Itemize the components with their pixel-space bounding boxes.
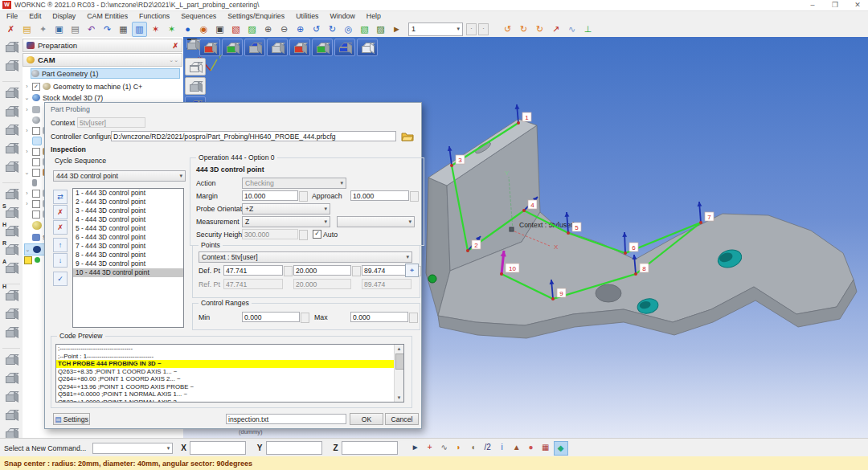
move-down-button[interactable]: ↓ xyxy=(53,253,68,268)
delete-cycle-button[interactable]: ✗ xyxy=(53,205,68,219)
ok-button[interactable]: OK xyxy=(350,413,383,425)
scroll-up-icon[interactable]: ▲ xyxy=(395,345,403,353)
rotate-x-icon[interactable]: ↺ xyxy=(500,22,515,37)
validate-cycle-button[interactable]: ✓ xyxy=(53,272,68,286)
clip-red-icon[interactable]: ▧ xyxy=(228,22,244,37)
auto-checkbox[interactable]: ✓ xyxy=(313,230,321,239)
view-right-icon[interactable] xyxy=(289,39,310,56)
security-height-options-button[interactable] xyxy=(299,230,308,240)
expand-icon[interactable]: › xyxy=(24,84,30,89)
print-icon[interactable]: ▤ xyxy=(68,22,83,37)
z-coord-field[interactable] xyxy=(342,441,398,455)
view-plan-icon[interactable] xyxy=(334,39,355,56)
fly-mode-icon[interactable]: ∿ xyxy=(564,22,579,37)
measurement-axis-dropdown[interactable]: ▾ xyxy=(337,216,415,227)
rotate-y-icon[interactable]: ↻ xyxy=(516,22,531,37)
lasso-icon[interactable]: ∿ xyxy=(438,441,451,454)
minimize-button[interactable]: – xyxy=(802,0,823,10)
dynamic-view-icon[interactable]: ▧ xyxy=(357,22,372,37)
power-edit-icon[interactable] xyxy=(2,388,20,403)
analysis-tool-icon[interactable]: A xyxy=(2,260,20,275)
menu-item[interactable]: Sequences xyxy=(181,12,216,20)
rotate-cw-icon[interactable]: ↻ xyxy=(325,22,340,37)
menu-item[interactable]: Help xyxy=(366,12,381,20)
point-tool-green-icon[interactable]: ✶ xyxy=(164,22,179,37)
save-icon[interactable]: ▣ xyxy=(51,22,67,37)
half-step-icon[interactable]: /2 xyxy=(481,441,494,454)
navigator-icon[interactable]: ◆ xyxy=(554,441,568,456)
cycle-list-item[interactable]: 10 - 444 3D control point xyxy=(73,268,183,277)
wireframe-view-icon[interactable] xyxy=(185,58,206,76)
stock-offset-icon[interactable] xyxy=(2,140,20,155)
axis-system-icon[interactable]: ⊥ xyxy=(580,22,596,37)
max-options-button[interactable] xyxy=(409,313,418,323)
selection-combo[interactable]: 1▾ xyxy=(408,22,463,36)
clip-green-icon[interactable]: ▨ xyxy=(244,22,260,37)
tree-item-part-geometry[interactable]: Part Geometry (1) xyxy=(31,68,180,79)
menu-item[interactable]: Edit xyxy=(29,12,41,20)
machine-tool-icon[interactable]: H xyxy=(2,284,20,302)
min-field[interactable] xyxy=(242,312,300,322)
cancel-button[interactable]: Cancel xyxy=(385,413,419,425)
cycle-list-item[interactable]: 3 - 444 3D control point xyxy=(73,206,183,215)
collapse-arrow-icon[interactable]: ⌄ xyxy=(24,95,30,101)
ref-pt-x-field[interactable] xyxy=(223,279,283,289)
menu-item[interactable]: File xyxy=(6,12,18,20)
cycle-list-item[interactable]: 8 - 444 3D control point xyxy=(73,251,183,260)
def-pt-y-options-button[interactable] xyxy=(352,266,361,276)
mask-view-icon[interactable]: ▨ xyxy=(373,22,388,37)
redo-icon[interactable]: ↷ xyxy=(100,22,115,37)
def-pt-z-field[interactable] xyxy=(362,265,411,276)
browse-folder-button[interactable] xyxy=(401,130,414,142)
center-view-icon[interactable]: ⊕ xyxy=(293,22,308,37)
undo-icon[interactable]: ↶ xyxy=(84,22,99,37)
shading-icon[interactable]: ◉ xyxy=(196,22,211,37)
exit-icon[interactable]: ✗ xyxy=(3,22,18,37)
mask-surface-icon[interactable] xyxy=(2,324,20,339)
command-dropdown[interactable]: ▾ xyxy=(92,443,173,454)
menu-item[interactable]: Window xyxy=(330,12,354,20)
filename-field[interactable] xyxy=(226,414,346,424)
solid-view-icon[interactable] xyxy=(185,77,206,95)
menu-item[interactable]: Settings/Enquiries xyxy=(227,12,285,20)
zoom-out-icon[interactable]: ⊖ xyxy=(276,22,292,37)
pick-point-icon[interactable]: + xyxy=(424,441,436,454)
snapshot-icon[interactable]: ▣ xyxy=(212,22,227,37)
view-iso-icon[interactable] xyxy=(267,39,288,56)
zoom-in-icon[interactable]: ⊕ xyxy=(260,22,276,37)
view-menu-icon[interactable] xyxy=(186,39,198,49)
view-front-icon[interactable] xyxy=(199,39,220,56)
step-forward-button[interactable]: · xyxy=(478,23,489,35)
def-pt-x-options-button[interactable] xyxy=(284,266,293,276)
ref-pt-y-field[interactable] xyxy=(293,279,351,289)
info-icon[interactable]: i xyxy=(496,441,509,454)
stock-wire-icon[interactable] xyxy=(2,182,20,201)
cycle-list-item[interactable]: 2 - 444 3D control point xyxy=(73,198,183,206)
action-dropdown[interactable]: Checking▾ xyxy=(242,178,346,189)
export-view-icon[interactable]: ↗ xyxy=(548,22,563,37)
mouse-left-icon[interactable]: ◗ xyxy=(452,441,465,454)
collapse-icon[interactable]: ⌄⌄ xyxy=(169,57,178,63)
margin-field[interactable] xyxy=(242,190,298,201)
terrain-icon[interactable]: ▲ xyxy=(510,441,523,454)
sphere-view-icon[interactable]: ● xyxy=(180,22,195,37)
max-field[interactable] xyxy=(350,312,408,322)
hole-tool-icon[interactable]: H xyxy=(2,223,20,238)
close-panel-icon[interactable]: ✗ xyxy=(172,42,178,50)
cycle-list-item[interactable]: 7 - 444 3D control point xyxy=(73,242,183,251)
stock-part-icon[interactable] xyxy=(2,158,20,174)
context-field[interactable] xyxy=(77,117,145,128)
security-height-field[interactable] xyxy=(242,229,298,239)
open-workzone-icon[interactable]: ▤ xyxy=(19,22,35,37)
factory-icon[interactable]: ▦ xyxy=(539,441,552,454)
point-tool-red-icon[interactable]: ✶ xyxy=(148,22,163,37)
cycle-list-item[interactable]: 6 - 444 3D control point xyxy=(73,233,183,242)
margin-options-button[interactable] xyxy=(299,191,308,202)
cycle-list-item[interactable]: 9 - 444 3D control point xyxy=(73,260,183,268)
settings-button[interactable]: ▤ Settings xyxy=(53,413,90,425)
delete-all-cycles-button[interactable]: ✗ xyxy=(53,220,68,235)
menu-item[interactable]: Utilities xyxy=(296,12,318,20)
probe-part-icon[interactable] xyxy=(2,57,20,72)
code-preview-box[interactable]: ;-----------------------------------;--P… xyxy=(55,344,404,403)
measurement-dropdown[interactable]: Z▾ xyxy=(242,216,330,227)
